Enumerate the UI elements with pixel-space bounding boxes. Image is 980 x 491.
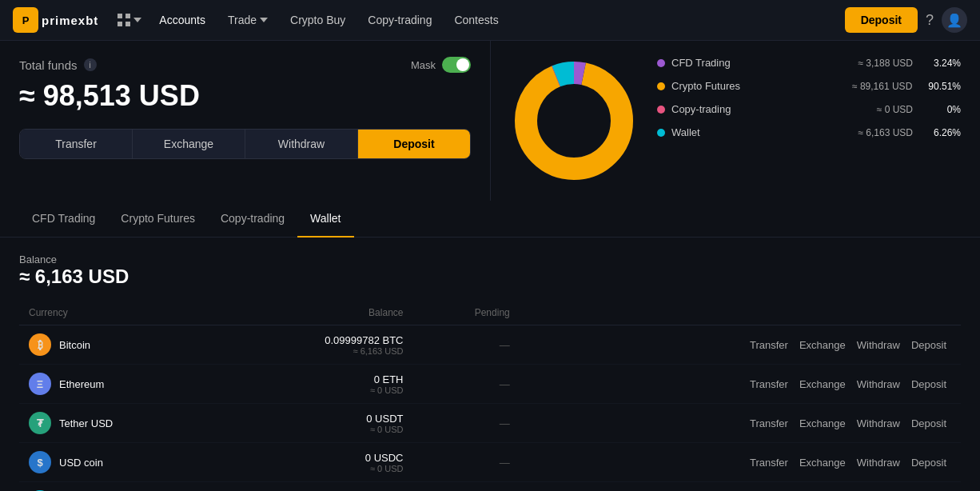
exchange-button[interactable]: Exchange — [133, 130, 245, 158]
crypto-name: Ethereum — [59, 378, 104, 390]
legend-usd-wallet: ≈ 6,163 USD — [858, 127, 913, 138]
total-funds-panel: Total funds i Mask ≈ 98,513 USD Transfer… — [0, 41, 491, 201]
actions-cell: Transfer Exchange Withdraw Deposit — [520, 325, 961, 365]
table-row: ₿ Bitcoin 0.09999782 BTC ≈ 6,163 USD — T… — [19, 325, 961, 365]
legend-item-copytrading: Copy-trading ≈ 0 USD 0% — [657, 103, 961, 115]
wallet-table-area: Balance ≈ 6,163 USD Currency Balance Pen… — [0, 238, 980, 491]
crypto-icon: ₿ — [29, 333, 51, 356]
nav-contests[interactable]: Contests — [443, 0, 509, 41]
tab-cfd-trading[interactable]: CFD Trading — [19, 201, 108, 238]
col-currency: Currency — [19, 301, 221, 325]
logo[interactable]: P primexbt — [13, 7, 98, 33]
balance-cell: 0 USDT ≈ 0 USD — [221, 404, 412, 443]
row-withdraw-link[interactable]: Withdraw — [852, 417, 905, 429]
crypto-name: Tether USD — [59, 417, 113, 429]
total-funds-label: Total funds — [19, 58, 78, 72]
legend-name-wallet: Wallet — [671, 126, 851, 138]
nav-accounts[interactable]: Accounts — [148, 0, 217, 41]
transfer-button[interactable]: Transfer — [20, 130, 133, 158]
crypto-icon: ₮ — [29, 412, 51, 434]
row-exchange-link[interactable]: Exchange — [795, 417, 851, 429]
row-withdraw-link[interactable]: Withdraw — [852, 339, 905, 351]
legend-usd-copytrading: ≈ 0 USD — [877, 104, 913, 115]
balance-main: 0 ETH — [231, 373, 403, 385]
crypto-icon: $ — [29, 451, 51, 473]
upper-section: Total funds i Mask ≈ 98,513 USD Transfer… — [0, 41, 980, 201]
row-deposit-link[interactable]: Deposit — [906, 457, 951, 469]
tab-copy-trading[interactable]: Copy-trading — [208, 201, 297, 238]
withdraw-button[interactable]: Withdraw — [245, 130, 358, 158]
col-pending: Pending — [412, 301, 519, 325]
svg-rect-1 — [125, 14, 130, 18]
row-deposit-link[interactable]: Deposit — [906, 339, 951, 351]
donut-svg — [510, 57, 638, 185]
svg-point-5 — [526, 73, 622, 169]
row-withdraw-link[interactable]: Withdraw — [852, 457, 905, 469]
currency-cell: $ USD coin — [19, 443, 221, 482]
legend-dot-futures — [657, 82, 665, 90]
legend-usd-futures: ≈ 89,161 USD — [852, 81, 912, 92]
account-tabs: CFD Trading Crypto Futures Copy-trading … — [0, 201, 980, 238]
legend-item-wallet: Wallet ≈ 6,163 USD 6.26% — [657, 126, 961, 138]
legend-pct-wallet: 6.26% — [929, 127, 961, 138]
balance-main: 0 USDT — [231, 413, 403, 425]
pending-cell: — — [412, 325, 519, 365]
balance-usd: ≈ 0 USD — [231, 385, 403, 395]
total-amount: ≈ 98,513 USD — [19, 79, 471, 113]
top-deposit-button[interactable]: Deposit — [845, 7, 918, 33]
pending-cell: — — [412, 404, 519, 443]
row-deposit-link[interactable]: Deposit — [906, 378, 951, 390]
nav-buy-crypto[interactable]: Crypto Buy — [279, 0, 357, 41]
balance-main: 0.09999782 BTC — [231, 334, 403, 346]
actions-cell: Transfer Exchange Withdraw Deposit — [520, 404, 961, 443]
info-icon[interactable]: i — [84, 58, 97, 71]
svg-rect-0 — [118, 14, 122, 18]
crypto-name: Bitcoin — [59, 339, 90, 351]
nav-copy-trading[interactable]: Copy-trading — [357, 0, 443, 41]
balance-cell: 0 ETH ≈ 0 USD — [221, 365, 412, 404]
row-deposit-link[interactable]: Deposit — [906, 417, 951, 429]
balance-usd: ≈ 6,163 USD — [231, 346, 403, 356]
legend-dot-wallet — [657, 129, 665, 137]
row-transfer-link[interactable]: Transfer — [745, 378, 793, 390]
tab-wallet[interactable]: Wallet — [297, 201, 353, 238]
pending-cell: — — [412, 365, 519, 404]
row-exchange-link[interactable]: Exchange — [795, 339, 851, 351]
balance-cell: 0 COV ≈ 0 USD — [221, 482, 412, 492]
svg-rect-3 — [125, 22, 130, 26]
legend-dot-copytrading — [657, 106, 665, 114]
wallet-table: Currency Balance Pending ₿ Bitcoin 0.099… — [19, 301, 961, 491]
balance-main: 0 USDC — [231, 452, 403, 464]
crypto-icon: Ξ — [29, 373, 51, 395]
balance-section: Balance ≈ 6,163 USD — [19, 253, 961, 288]
legend-item-cfd: CFD Trading ≈ 3,188 USD 3.24% — [657, 57, 961, 69]
top-navigation: P primexbt Accounts Trade Crypto Buy Cop… — [0, 0, 980, 41]
legend-name-futures: Crypto Futures — [671, 80, 846, 92]
nav-trade[interactable]: Trade — [217, 0, 279, 41]
legend-pct-copytrading: 0% — [929, 104, 961, 115]
row-transfer-link[interactable]: Transfer — [745, 417, 793, 429]
mask-toggle[interactable]: Mask — [411, 57, 471, 73]
tab-crypto-futures[interactable]: Crypto Futures — [108, 201, 208, 238]
col-balance: Balance — [221, 301, 412, 325]
crypto-name: USD coin — [59, 457, 103, 469]
legend-name-copytrading: Copy-trading — [671, 103, 870, 115]
row-withdraw-link[interactable]: Withdraw — [852, 378, 905, 390]
table-row: ₮ Tether USD 0 USDT ≈ 0 USD — Transfer E… — [19, 404, 961, 443]
pending-cell: — — [412, 482, 519, 492]
row-transfer-link[interactable]: Transfer — [745, 339, 793, 351]
chart-legend: CFD Trading ≈ 3,188 USD 3.24% Crypto Fut… — [657, 57, 961, 150]
row-exchange-link[interactable]: Exchange — [795, 378, 851, 390]
row-exchange-link[interactable]: Exchange — [795, 457, 851, 469]
help-icon-button[interactable]: ? — [918, 12, 942, 29]
mask-switch[interactable] — [442, 57, 471, 73]
donut-chart — [510, 57, 638, 185]
deposit-button[interactable]: Deposit — [358, 130, 470, 158]
row-transfer-link[interactable]: Transfer — [745, 457, 793, 469]
legend-name-cfd: CFD Trading — [671, 57, 851, 69]
currency-cell: ₮ Tether USD — [19, 404, 221, 443]
user-avatar[interactable]: 👤 — [942, 7, 967, 33]
apps-grid-button[interactable] — [118, 14, 141, 26]
col-actions — [520, 301, 961, 325]
legend-usd-cfd: ≈ 3,188 USD — [858, 58, 913, 69]
